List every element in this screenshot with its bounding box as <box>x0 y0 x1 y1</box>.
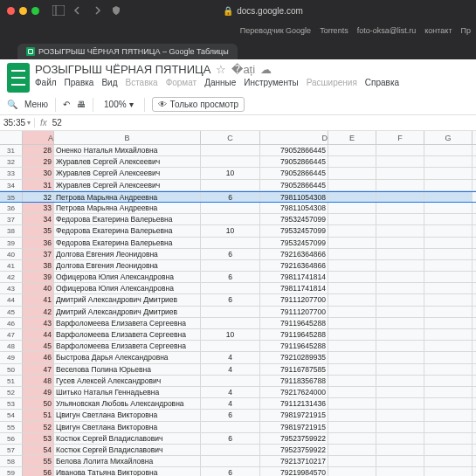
zoom-selector[interactable]: 100% ▾ <box>100 98 137 111</box>
cell[interactable] <box>328 294 376 305</box>
cell[interactable]: 79112131436 <box>260 398 328 409</box>
table-row[interactable]: 3128Оненко Наталья Михайловна79052866445 <box>0 145 476 156</box>
cell[interactable] <box>201 238 260 248</box>
cell[interactable] <box>424 376 473 386</box>
table-row[interactable]: 3532Петрова Марьяна Андреевна67981105430… <box>0 191 476 203</box>
spreadsheet-grid[interactable]: A B C D E F G 3128Оненко Наталья Михайло… <box>0 131 476 476</box>
table-row[interactable]: 4138Долгова Евгения Леонидовна7921636486… <box>0 260 476 272</box>
cell[interactable] <box>424 422 473 432</box>
cell[interactable] <box>328 238 376 248</box>
cell[interactable]: 46 <box>23 352 54 362</box>
cell[interactable]: 10 <box>201 168 260 178</box>
cell[interactable] <box>376 422 424 432</box>
cell[interactable]: 47 <box>23 364 54 375</box>
cell[interactable] <box>328 272 376 282</box>
cell[interactable] <box>424 341 473 351</box>
cell[interactable] <box>376 387 424 397</box>
cell[interactable] <box>424 329 473 340</box>
table-row[interactable]: 4239Офицерова Юлия Александровна67981174… <box>0 272 476 283</box>
cell[interactable]: Петрова Марьяна Андреевна <box>54 192 201 202</box>
cell[interactable]: 79052866445 <box>260 180 328 190</box>
cell[interactable] <box>376 180 424 190</box>
cell[interactable] <box>376 352 424 362</box>
table-row[interactable]: 3633Петрова Марьяна Андреевна79811054308 <box>0 203 476 214</box>
row-header[interactable]: 54 <box>0 410 23 420</box>
star-icon[interactable]: ☆ <box>216 63 226 76</box>
cell[interactable]: 4 <box>201 398 260 409</box>
cell[interactable]: Гусев Алексей Александрович <box>54 376 201 386</box>
cell[interactable] <box>376 225 424 236</box>
formula-bar[interactable]: 52 <box>52 118 62 128</box>
cell[interactable]: 34 <box>23 214 54 224</box>
cell[interactable] <box>328 456 376 466</box>
cell[interactable] <box>201 214 260 224</box>
cell[interactable] <box>201 283 260 293</box>
row-header[interactable]: 52 <box>0 387 23 397</box>
menu-Вставка[interactable]: Вставка <box>125 78 157 87</box>
row-header[interactable]: 56 <box>0 433 23 444</box>
cell[interactable]: Цвигун Светлана Викторовна <box>54 422 201 432</box>
cell[interactable] <box>201 307 260 317</box>
cell[interactable] <box>201 203 260 213</box>
cell[interactable]: 37 <box>23 249 54 259</box>
cell[interactable]: Варфоломеева Елизавета Сергеевна <box>54 341 201 351</box>
cell[interactable] <box>376 467 424 476</box>
cell[interactable] <box>424 238 473 248</box>
cell[interactable]: 79523759922 <box>260 445 328 455</box>
bookmark-item[interactable]: контакт <box>424 26 452 35</box>
row-header[interactable]: 39 <box>0 238 23 248</box>
cell[interactable]: 6 <box>201 467 260 476</box>
bookmark-item[interactable]: Torrents <box>320 26 348 35</box>
cell[interactable]: 6 <box>201 294 260 305</box>
cell[interactable]: 36 <box>23 238 54 248</box>
shield-icon[interactable] <box>109 3 123 17</box>
table-row[interactable]: 4037Долгова Евгения Леонидовна6792163648… <box>0 249 476 260</box>
row-header[interactable]: 38 <box>0 225 23 236</box>
cell[interactable] <box>376 445 424 455</box>
cell[interactable] <box>376 168 424 178</box>
cell[interactable]: Белова Лолита Михайловна <box>54 456 201 466</box>
row-header[interactable]: 31 <box>0 145 23 155</box>
cell[interactable]: Дмитрий Александрович Дмитриев <box>54 294 201 305</box>
maximize-window-button[interactable] <box>31 7 39 15</box>
cell[interactable]: 79217624000 <box>260 387 328 397</box>
cell[interactable]: Долгова Евгения Леонидовна <box>54 260 201 271</box>
browser-tab[interactable]: РОЗЫГРЫШ ЧЁРНАЯ ПЯТНИЦА – Google Таблицы <box>17 44 238 59</box>
cell[interactable]: Федорова Екатерина Валерьевна <box>54 214 201 224</box>
cell[interactable] <box>328 249 376 259</box>
select-all-corner[interactable] <box>0 131 23 144</box>
cell[interactable] <box>376 410 424 420</box>
cell[interactable]: 44 <box>23 329 54 340</box>
cell[interactable] <box>424 433 473 444</box>
cell[interactable]: 79111207700 <box>260 294 328 305</box>
cell[interactable] <box>328 433 376 444</box>
table-row[interactable]: 3229Журавлев Сергей Алексеевич7905286644… <box>0 156 476 168</box>
cell[interactable]: 50 <box>23 398 54 409</box>
row-header[interactable]: 55 <box>0 422 23 432</box>
cell[interactable]: Журавлев Сергей Алексеевич <box>54 156 201 167</box>
row-header[interactable]: 49 <box>0 352 23 362</box>
cell[interactable] <box>328 225 376 236</box>
cell[interactable]: 54 <box>23 445 54 455</box>
menu-Файл[interactable]: Файл <box>35 78 57 87</box>
name-box[interactable]: 35:35▾ <box>0 118 35 128</box>
cell[interactable] <box>376 318 424 328</box>
table-row[interactable]: 5451Цвигун Светлана Викторовна6798197219… <box>0 410 476 421</box>
cell[interactable] <box>376 376 424 386</box>
cell[interactable] <box>424 283 473 293</box>
cell[interactable]: 79523759922 <box>260 433 328 444</box>
cell[interactable] <box>201 445 260 455</box>
cell[interactable] <box>328 318 376 328</box>
cell[interactable] <box>424 410 473 420</box>
document-title[interactable]: РОЗЫГРЫШ ЧЁРНАЯ ПЯТНИЦА <box>35 63 210 76</box>
cell[interactable]: Веселова Полина Юрьевна <box>54 364 201 375</box>
row-header[interactable]: 46 <box>0 318 23 328</box>
cell[interactable] <box>424 225 473 236</box>
table-row[interactable]: 5855Белова Лолита Михайловна79213710217 <box>0 456 476 467</box>
cell[interactable]: 4 <box>201 364 260 375</box>
cell[interactable] <box>201 180 260 190</box>
row-header[interactable]: 33 <box>0 168 23 178</box>
row-header[interactable]: 48 <box>0 341 23 351</box>
table-row[interactable]: 3734Федорова Екатерина Валерьевна7953245… <box>0 214 476 225</box>
cell[interactable]: 79216364866 <box>260 249 328 259</box>
